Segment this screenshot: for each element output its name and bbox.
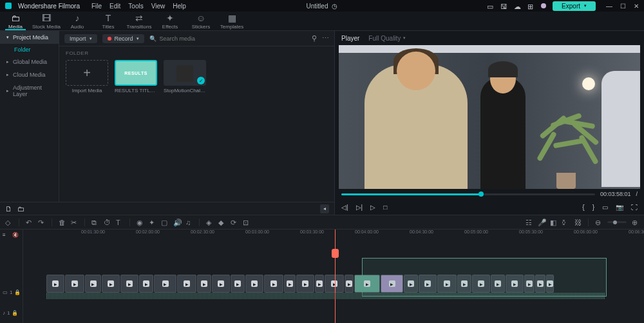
color-icon[interactable]: ◉ [137,219,144,226]
clip[interactable] [284,275,296,293]
sidebar-project-media[interactable]: ▾Project Media [0,31,59,44]
device-icon[interactable]: ▭ [487,3,494,10]
keyframe-icon[interactable]: ◇ [5,219,12,226]
video-track-header[interactable]: ▭1🔒 [0,282,23,302]
maximize-button[interactable]: ☐ [620,3,626,10]
subtitle-icon[interactable]: ◧ [550,219,557,226]
search-input[interactable] [160,35,307,42]
mark-out-icon[interactable]: } [592,204,594,211]
redo-icon[interactable]: ↷ [38,219,45,226]
save-icon[interactable]: 🖫 [500,3,507,10]
voice-icon[interactable]: 🎤 [538,219,545,226]
split-icon[interactable]: ✂ [71,219,78,226]
magnet-icon[interactable]: ⧲ [562,219,569,226]
undo-icon[interactable]: ↶ [26,219,33,226]
keyframe2-icon[interactable]: ◆ [218,219,225,226]
clip[interactable] [102,275,120,293]
quality-dropdown[interactable]: Full Quality ▾ [368,35,406,42]
zoom-slider[interactable] [607,221,627,223]
apps-icon[interactable]: ⊞ [527,3,535,10]
new-bin-icon[interactable]: 🗋 [5,205,12,212]
clip[interactable] [154,275,176,293]
lock-icon[interactable]: 🔒 [14,289,21,295]
clip[interactable] [264,275,283,293]
zoom-out-icon[interactable]: ⊖ [595,219,602,226]
timeline-tracks[interactable]: 00:01:30:00 00:02:00:00 00:02:30:00 00:0… [23,230,644,323]
minimize-button[interactable]: — [606,3,612,10]
tab-stickers[interactable]: ☺Stickers [185,12,216,30]
sidebar-folder[interactable]: Folder [0,44,59,55]
media-item-results[interactable]: RESULTS RESULTS TITLE CARD [115,60,157,93]
close-button[interactable]: ✕ [634,3,639,10]
detach-audio-icon[interactable]: ♫ [185,219,193,226]
lock-icon[interactable]: 🔒 [12,310,18,316]
tab-titles[interactable]: TTitles [93,12,124,30]
render-icon[interactable]: ⟳ [231,219,238,226]
sidebar-global-media[interactable]: ▸Global Media [0,55,59,68]
preview-viewport[interactable] [339,45,640,189]
collapse-sidebar-button[interactable]: ◂ [320,204,329,213]
clip[interactable] [46,275,64,293]
crop-icon[interactable]: ⧉ [91,219,99,226]
player-tab[interactable]: Player [341,35,359,42]
clip[interactable] [315,275,324,293]
camera-icon[interactable]: 📷 [616,204,623,211]
delete-icon[interactable]: 🗑 [59,219,66,226]
mute-icon[interactable]: 🔇 [12,232,19,239]
tab-effects[interactable]: ✦Effects [155,12,185,30]
clip[interactable] [245,275,263,293]
clip[interactable] [120,275,138,293]
clip[interactable] [139,275,153,293]
play-button[interactable]: ▷ [370,204,375,211]
text-tool-icon[interactable]: T [116,219,123,226]
clip[interactable] [177,275,196,293]
more-icon[interactable]: ⋯ [322,34,329,43]
timeline-selection[interactable] [362,258,607,297]
effects-icon[interactable]: ✦ [149,219,156,226]
media-item-stopmotion[interactable]: ✓ StopMotionChallenge... [164,60,206,93]
zoom-fit-icon[interactable]: ⊕ [632,219,639,226]
sidebar-cloud-media[interactable]: ▸Cloud Media [0,68,59,81]
link-icon[interactable]: ⛓ [574,219,582,226]
prev-frame-button[interactable]: ◁| [341,204,348,211]
timeline-ruler[interactable]: 00:01:30:00 00:02:00:00 00:02:30:00 00:0… [23,230,644,237]
tab-templates[interactable]: ▦Templates [216,12,247,30]
tab-stock-media[interactable]: 🎞Stock Media [31,12,62,30]
menu-tools[interactable]: Tools [128,3,143,10]
playhead[interactable] [335,230,336,323]
user-avatar[interactable] [541,3,546,8]
scrub-bar[interactable] [341,193,595,195]
sidebar-adjustment-layer[interactable]: ▸Adjustment Layer [0,81,59,101]
media-import-tile[interactable]: + Import Media [66,60,108,93]
import-button[interactable]: Import▾ [64,34,97,43]
clip[interactable] [65,275,84,293]
clip[interactable] [212,275,230,293]
marker-icon[interactable]: ◈ [206,219,213,226]
clock-icon[interactable]: ◷ [332,3,337,10]
tab-audio[interactable]: ♪Audio [62,12,93,30]
mixer-icon[interactable]: ☷ [526,219,533,226]
fullscreen-icon[interactable]: ⛶ [631,204,638,211]
menu-edit[interactable]: Edit [109,3,120,10]
clip[interactable] [197,275,211,293]
clip[interactable] [345,275,354,293]
volume-icon[interactable]: 🔊 [173,219,180,226]
tab-transitions[interactable]: ⇄Transitions [124,12,155,30]
menu-view[interactable]: View [151,3,166,10]
clip[interactable] [325,275,344,293]
filter-icon[interactable]: ⚲ [312,34,317,43]
tab-media[interactable]: 🗀Media [0,12,31,30]
record-button[interactable]: Record▾ [102,34,144,43]
menu-file[interactable]: File [91,3,102,10]
audio-track-header[interactable]: ♪1🔒 [0,302,23,323]
clip[interactable] [231,275,245,293]
clip[interactable] [85,275,101,293]
more-tools-icon[interactable]: ⊡ [243,219,250,226]
scrub-handle[interactable] [478,191,484,197]
stop-button[interactable]: □ [383,204,387,211]
search-field[interactable]: 🔍 [149,35,307,42]
mark-in-icon[interactable]: { [582,204,584,211]
cloud-icon[interactable]: ☁ [514,3,521,10]
greenscreen-icon[interactable]: ▢ [161,219,168,226]
snapshot-icon[interactable]: ▭ [602,204,608,211]
